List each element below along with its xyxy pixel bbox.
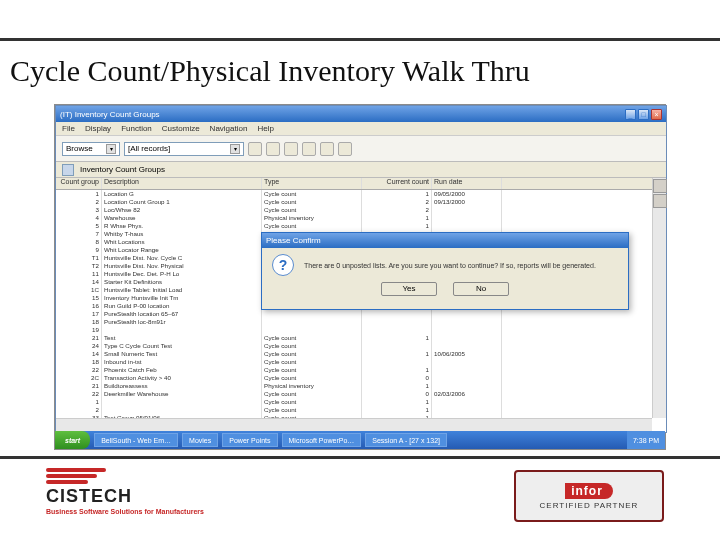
maximize-button[interactable]: □ [638,109,649,120]
table-row[interactable]: 17PureStealth location 65–67 [56,310,652,318]
cell: 0 [362,390,432,398]
table-row[interactable]: 4WarehousePhysical inventory1 [56,214,652,222]
subset-combo[interactable]: [All records] ▾ [124,142,244,156]
menu-display[interactable]: Display [85,124,111,133]
cell: 1 [362,334,432,342]
cell: PureStealth location 65–67 [102,310,262,318]
cell: Transaction Activity > 40 [102,374,262,382]
cell: Cycle count [262,206,362,214]
table-row[interactable]: 22Deerkmiller WarehouseCycle count002/03… [56,390,652,398]
table-row[interactable]: 18PureStealth loc-8m91r [56,318,652,326]
cell: Type C Cycle Count Test [102,342,262,350]
system-tray[interactable]: 7:38 PM [627,431,665,449]
cell: Cycle count [262,366,362,374]
cell: 14 [56,350,102,358]
subset-combo-label: [All records] [128,144,170,153]
cell [432,398,502,406]
table-row[interactable]: 21BuildtoreassessPhysical inventory1 [56,382,652,390]
taskbar-item[interactable]: Microsoft PowerPo… [282,433,362,447]
table-row[interactable]: 2Cycle count1 [56,406,652,414]
cell [362,318,432,326]
cell [432,214,502,222]
cell: 1 [362,214,432,222]
table-row[interactable]: 19 [56,326,652,334]
toolbar-button-2[interactable] [266,142,280,156]
close-button[interactable]: × [651,109,662,120]
table-row[interactable]: 1Location GCycle count109/05/2000 [56,190,652,198]
cell: 4 [56,214,102,222]
cell: 1 [362,350,432,358]
cell: 7 [56,230,102,238]
toolbar-button-6[interactable] [338,142,352,156]
table-row[interactable]: 2Location Count Group 1Cycle count209/13… [56,198,652,206]
table-row[interactable]: 1Cycle count1 [56,398,652,406]
cell: 1 [56,190,102,198]
cell: 18 [56,318,102,326]
table-row[interactable]: 18Inbound in-tstCycle count [56,358,652,366]
top-rule [0,38,720,41]
toolbar-button-5[interactable] [320,142,334,156]
toolbar-button-3[interactable] [284,142,298,156]
menu-function[interactable]: Function [121,124,152,133]
cell [432,222,502,230]
no-button[interactable]: No [453,282,509,296]
infor-logo: infor CERTIFIED PARTNER [514,470,664,522]
table-row[interactable]: 14Small Numeric TestCycle count110/06/20… [56,350,652,358]
dialog-message: There are 0 unposted lists. Are you sure… [304,262,596,269]
cell: Cycle count [262,222,362,230]
cell: PureStealth loc-8m91r [102,318,262,326]
cell [432,206,502,214]
table-row[interactable]: 21TestCycle count1 [56,334,652,342]
cell: 19 [56,326,102,334]
menu-bar: File Display Function Customize Navigati… [56,122,666,136]
col-current-count[interactable]: Current count [362,178,432,189]
browse-combo[interactable]: Browse ▾ [62,142,120,156]
cell: 16 [56,302,102,310]
cell: Cycle count [262,390,362,398]
table-row[interactable]: 24Type C Cycle Count TestCycle count [56,342,652,350]
taskbar-item[interactable]: BellSouth - Web Em… [94,433,178,447]
col-type[interactable]: Type [262,178,362,189]
cell: 15 [56,294,102,302]
minimize-button[interactable]: _ [625,109,636,120]
menu-help[interactable]: Help [257,124,273,133]
cell: Whit Locations [102,238,262,246]
taskbar-item[interactable]: Session A - [27 x 132] [365,433,447,447]
table-row[interactable]: 2CTransaction Activity > 40Cycle count0 [56,374,652,382]
cell: Small Numeric Test [102,350,262,358]
group-icon [62,164,74,176]
col-run-date[interactable]: Run date [432,178,502,189]
cell: 17 [56,310,102,318]
cell: 10/06/2005 [432,350,502,358]
toolbar-button-1[interactable] [248,142,262,156]
table-row[interactable]: 3Loc/Whse 82Cycle count2 [56,206,652,214]
start-button[interactable]: start [55,431,90,449]
toolbar-button-4[interactable] [302,142,316,156]
taskbar: start BellSouth - Web Em… Movies Power P… [55,431,665,449]
cell: 2C [56,374,102,382]
col-count-group[interactable]: Count group [56,178,102,189]
cell: Location G [102,190,262,198]
taskbar-item[interactable]: Movies [182,433,218,447]
horizontal-scrollbar[interactable] [56,418,652,432]
menu-customize[interactable]: Customize [162,124,200,133]
cell: 1 [362,222,432,230]
cell: 24 [56,342,102,350]
yes-button[interactable]: Yes [381,282,437,296]
col-description[interactable]: Description [102,178,262,189]
taskbar-item[interactable]: Power Points [222,433,277,447]
table-row[interactable]: 5R Whse Phys.Cycle count1 [56,222,652,230]
cell: Starter Kit Definitions [102,278,262,286]
cell [262,318,362,326]
cell: Loc/Whse 82 [102,206,262,214]
cell: Huntsville Dec. Det. P-H Lo [102,270,262,278]
menu-navigation[interactable]: Navigation [210,124,248,133]
cell [362,326,432,334]
subheader-label: Inventory Count Groups [80,165,165,174]
cell: 0 [362,374,432,382]
vertical-scrollbar[interactable] [652,178,666,418]
menu-file[interactable]: File [62,124,75,133]
table-row[interactable]: 22Phoenix Catch FebCycle count1 [56,366,652,374]
cell: 5 [56,222,102,230]
cell: Cycle count [262,358,362,366]
